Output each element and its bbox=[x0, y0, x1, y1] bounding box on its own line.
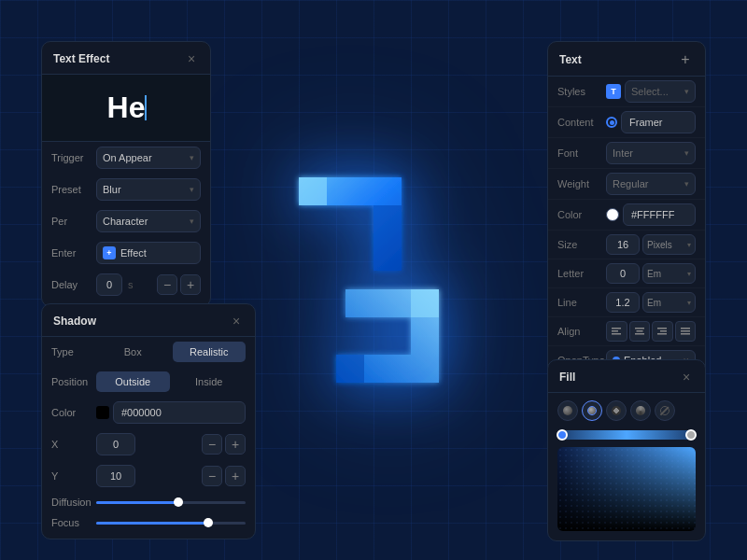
delay-increment-button[interactable]: + bbox=[180, 274, 201, 295]
gradient-bar[interactable] bbox=[557, 430, 696, 440]
text-styles-row: Styles T Select... ▾ bbox=[548, 77, 705, 107]
size-unit-select[interactable]: Pixels ▾ bbox=[642, 234, 696, 255]
letter-unit-select[interactable]: Em ▾ bbox=[642, 263, 696, 284]
text-align-row: Align bbox=[548, 317, 705, 346]
styles-select[interactable]: Select... ▾ bbox=[625, 80, 696, 103]
preset-label: Preset bbox=[51, 184, 91, 195]
fill-mode-gradient-linear-button[interactable] bbox=[582, 400, 602, 421]
center-logo bbox=[280, 159, 467, 401]
shadow-y-label: Y bbox=[51, 470, 91, 482]
text-panel-title: Text bbox=[559, 53, 582, 66]
content-label: Content bbox=[557, 117, 600, 128]
trigger-select[interactable]: On Appear ▾ bbox=[96, 147, 201, 169]
gradient-bar-container bbox=[548, 427, 705, 443]
shadow-y-increment-button[interactable]: + bbox=[225, 466, 246, 486]
weight-label: Weight bbox=[557, 178, 600, 189]
shadow-type-label: Type bbox=[51, 346, 91, 357]
svg-marker-5 bbox=[411, 289, 439, 317]
align-right-icon bbox=[657, 328, 667, 335]
shadow-y-decrement-button[interactable]: − bbox=[202, 466, 222, 486]
shadow-type-box-button[interactable]: Box bbox=[96, 342, 170, 362]
text-color-input[interactable]: #FFFFFF bbox=[623, 203, 696, 226]
shadow-color-input[interactable]: #000000 bbox=[113, 401, 246, 424]
shadow-outside-button[interactable]: Outside bbox=[96, 371, 170, 392]
align-left-icon bbox=[612, 328, 621, 335]
shadow-x-increment-button[interactable]: + bbox=[225, 434, 246, 455]
fill-panel: Fill × bbox=[547, 359, 706, 541]
diffusion-thumb[interactable] bbox=[174, 497, 183, 507]
svg-rect-17 bbox=[681, 333, 690, 335]
preset-chevron-icon: ▾ bbox=[190, 185, 194, 194]
fill-close-button[interactable]: × bbox=[679, 370, 694, 385]
fill-mode-none-button[interactable] bbox=[655, 400, 675, 421]
shadow-inside-button[interactable]: Inside bbox=[173, 371, 247, 392]
content-radio[interactable] bbox=[606, 117, 617, 128]
color-label: Color bbox=[557, 209, 600, 220]
enter-control[interactable]: + Effect bbox=[96, 242, 201, 264]
align-left-button[interactable] bbox=[606, 321, 627, 342]
svg-rect-15 bbox=[681, 328, 690, 329]
preset-row: Preset Blur ▾ bbox=[42, 174, 210, 205]
shadow-y-row: Y 10 − + bbox=[42, 460, 255, 492]
line-input[interactable]: 1.2 bbox=[606, 292, 640, 313]
align-justify-button[interactable] bbox=[675, 321, 697, 342]
letter-input[interactable]: 0 bbox=[606, 263, 640, 284]
gradient-stop-left[interactable] bbox=[557, 429, 568, 441]
line-unit-chevron-icon: ▾ bbox=[687, 299, 691, 307]
color-canvas[interactable] bbox=[557, 447, 696, 531]
focus-thumb[interactable] bbox=[204, 518, 213, 527]
text-panel-add-button[interactable]: + bbox=[677, 51, 694, 68]
text-line-row: Line 1.2 Em ▾ bbox=[548, 288, 705, 317]
shadow-x-input[interactable]: 0 bbox=[96, 433, 135, 455]
letter-label: Letter bbox=[557, 268, 600, 279]
per-label: Per bbox=[51, 216, 91, 227]
shadow-x-decrement-button[interactable]: − bbox=[202, 434, 222, 455]
align-justify-icon bbox=[681, 328, 690, 335]
line-label: Line bbox=[557, 297, 600, 308]
text-effect-title: Text Effect bbox=[53, 52, 109, 65]
text-color-swatch[interactable] bbox=[606, 208, 619, 221]
shadow-panel-header: Shadow × bbox=[42, 304, 255, 337]
delay-decrement-button[interactable]: − bbox=[157, 274, 177, 295]
svg-rect-12 bbox=[657, 328, 667, 329]
text-size-row: Size 16 Pixels ▾ bbox=[548, 231, 705, 259]
size-input[interactable]: 16 bbox=[606, 234, 640, 255]
align-label: Align bbox=[557, 326, 600, 337]
delay-input[interactable]: 0 bbox=[96, 273, 122, 296]
align-center-button[interactable] bbox=[629, 321, 651, 342]
text-style-icon: T bbox=[606, 84, 621, 99]
svg-rect-10 bbox=[636, 330, 642, 332]
shadow-color-swatch[interactable] bbox=[96, 406, 109, 419]
fill-mode-gradient-angular-button[interactable] bbox=[630, 400, 651, 421]
preset-select[interactable]: Blur ▾ bbox=[96, 178, 201, 201]
fill-mode-solid-button[interactable] bbox=[557, 400, 578, 421]
shadow-title: Shadow bbox=[53, 315, 96, 328]
font-label: Font bbox=[557, 147, 600, 159]
text-effect-close-button[interactable]: × bbox=[184, 51, 199, 66]
svg-rect-6 bbox=[612, 328, 621, 329]
font-select[interactable]: Inter ▾ bbox=[606, 142, 696, 164]
text-content-row: Content Framer bbox=[548, 107, 705, 138]
shadow-color-row: Color #000000 bbox=[42, 397, 255, 428]
text-panel-header: Text + bbox=[548, 42, 705, 77]
gradient-stop-right[interactable] bbox=[685, 429, 697, 441]
focus-slider[interactable] bbox=[96, 522, 246, 525]
styles-label: Styles bbox=[557, 86, 600, 97]
shadow-x-label: X bbox=[51, 439, 91, 450]
shadow-position-row: Position Outside Inside bbox=[42, 367, 255, 397]
align-right-button[interactable] bbox=[652, 321, 673, 342]
shadow-type-realistic-button[interactable]: Realistic bbox=[173, 342, 247, 362]
svg-rect-9 bbox=[635, 328, 644, 329]
fill-panel-title: Fill bbox=[559, 371, 575, 384]
shadow-close-button[interactable]: × bbox=[229, 314, 244, 329]
shadow-y-input[interactable]: 10 bbox=[96, 465, 135, 487]
delay-label: Delay bbox=[51, 279, 91, 290]
line-unit-select[interactable]: Em ▾ bbox=[642, 292, 696, 313]
fill-mode-gradient-radial-button[interactable] bbox=[606, 400, 627, 421]
content-input[interactable]: Framer bbox=[621, 111, 696, 133]
per-select[interactable]: Character ▾ bbox=[96, 210, 201, 232]
diffusion-slider[interactable] bbox=[96, 501, 246, 504]
fill-modes-row bbox=[548, 393, 705, 427]
canvas-dots-overlay bbox=[557, 447, 696, 531]
weight-select[interactable]: Regular ▾ bbox=[606, 173, 696, 195]
